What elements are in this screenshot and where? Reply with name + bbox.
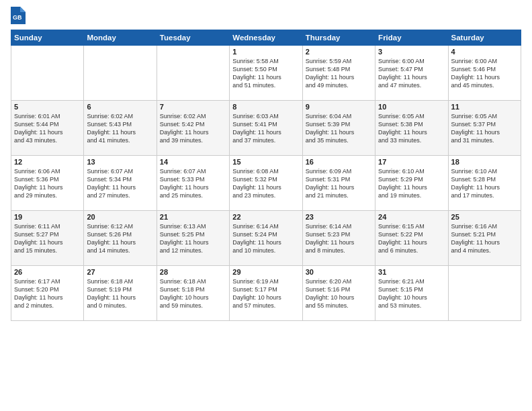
cell-text-line: and 0 minutes.	[87, 302, 153, 310]
cell-text-line: Daylight: 11 hours	[451, 73, 518, 81]
cell-text-line: Daylight: 11 hours	[87, 293, 153, 302]
day-number: 2	[306, 48, 372, 56]
calendar-cell: 22Sunrise: 6:14 AMSunset: 5:24 PMDayligh…	[230, 211, 302, 266]
cell-text-line: Sunset: 5:50 PM	[232, 65, 299, 73]
calendar-cell	[84, 46, 157, 101]
cell-text-line: Sunset: 5:41 PM	[232, 120, 299, 128]
cell-text-line: Sunset: 5:29 PM	[378, 175, 445, 183]
calendar-week-row: 26Sunrise: 6:17 AMSunset: 5:20 PMDayligh…	[11, 266, 521, 321]
cell-text-line: and 55 minutes.	[306, 302, 372, 310]
calendar-cell: 19Sunrise: 6:11 AMSunset: 5:27 PMDayligh…	[11, 211, 84, 266]
cell-text-line: Sunset: 5:28 PM	[451, 175, 518, 183]
cell-text-line: Sunset: 5:21 PM	[451, 230, 518, 238]
day-number: 13	[87, 158, 153, 166]
cell-text-line: Sunrise: 6:02 AM	[160, 112, 226, 120]
cell-text-line: Sunset: 5:33 PM	[160, 175, 226, 183]
cell-text-line: Sunrise: 6:10 AM	[378, 167, 445, 175]
calendar-cell: 18Sunrise: 6:10 AMSunset: 5:28 PMDayligh…	[448, 156, 521, 211]
day-number: 25	[451, 213, 518, 221]
cell-text-line: Sunset: 5:38 PM	[378, 120, 445, 128]
cell-text-line: Daylight: 10 hours	[378, 293, 445, 302]
cell-text-line: and 35 minutes.	[306, 136, 372, 144]
cell-text-line: Sunset: 5:18 PM	[160, 285, 226, 293]
cell-text-line: and 15 minutes.	[14, 246, 81, 255]
calendar-cell: 28Sunrise: 6:18 AMSunset: 5:18 PMDayligh…	[157, 266, 229, 321]
cell-text-line: and 45 minutes.	[451, 81, 518, 89]
cell-text-line: Sunrise: 5:59 AM	[306, 57, 372, 65]
cell-text-line: Sunset: 5:47 PM	[378, 65, 445, 73]
cell-text-line: Sunset: 5:24 PM	[232, 230, 299, 238]
cell-text-line: Sunrise: 6:21 AM	[378, 277, 445, 285]
cell-text-line: Daylight: 11 hours	[306, 73, 372, 81]
cell-text-line: Sunrise: 6:18 AM	[87, 277, 153, 285]
calendar-header-row: SundayMondayTuesdayWednesdayThursdayFrid…	[11, 30, 521, 46]
calendar-cell: 12Sunrise: 6:06 AMSunset: 5:36 PMDayligh…	[11, 156, 84, 211]
cell-text-line: and 17 minutes.	[451, 191, 518, 199]
calendar-cell: 7Sunrise: 6:02 AMSunset: 5:42 PMDaylight…	[157, 101, 229, 156]
cell-text-line: Sunset: 5:15 PM	[378, 285, 445, 293]
cell-text-line: Daylight: 11 hours	[378, 238, 445, 246]
calendar-week-row: 5Sunrise: 6:01 AMSunset: 5:44 PMDaylight…	[11, 101, 521, 156]
cell-text-line: Sunrise: 6:16 AM	[451, 222, 518, 230]
cell-text-line: Daylight: 10 hours	[160, 293, 226, 302]
calendar-cell: 5Sunrise: 6:01 AMSunset: 5:44 PMDaylight…	[11, 101, 84, 156]
calendar-week-row: 12Sunrise: 6:06 AMSunset: 5:36 PMDayligh…	[11, 156, 521, 211]
cell-text-line: Daylight: 11 hours	[232, 128, 299, 136]
day-number: 10	[378, 103, 445, 111]
cell-text-line: Sunrise: 6:00 AM	[378, 57, 445, 65]
cell-text-line: and 19 minutes.	[378, 191, 445, 199]
day-number: 20	[87, 213, 153, 221]
day-number: 17	[378, 158, 445, 166]
calendar-cell	[448, 266, 521, 321]
calendar-cell: 14Sunrise: 6:07 AMSunset: 5:33 PMDayligh…	[157, 156, 229, 211]
cell-text-line: and 29 minutes.	[14, 191, 81, 199]
day-number: 6	[87, 103, 153, 111]
cell-text-line: Daylight: 11 hours	[14, 238, 81, 246]
cell-text-line: Sunset: 5:27 PM	[14, 230, 81, 238]
calendar-cell: 4Sunrise: 6:00 AMSunset: 5:46 PMDaylight…	[448, 46, 521, 101]
cell-text-line: Daylight: 11 hours	[378, 128, 445, 136]
cell-text-line: Sunrise: 6:05 AM	[378, 112, 445, 120]
cell-text-line: and 25 minutes.	[160, 191, 226, 199]
cell-text-line: Sunrise: 6:09 AM	[306, 167, 372, 175]
cell-text-line: Sunset: 5:17 PM	[232, 285, 299, 293]
cell-text-line: Sunset: 5:25 PM	[160, 230, 226, 238]
cell-text-line: and 57 minutes.	[232, 302, 299, 310]
cell-text-line: and 43 minutes.	[14, 136, 81, 144]
day-number: 30	[306, 268, 372, 276]
cell-text-line: Sunset: 5:32 PM	[232, 175, 299, 183]
cell-text-line: Sunrise: 6:14 AM	[306, 222, 372, 230]
calendar: SundayMondayTuesdayWednesdayThursdayFrid…	[11, 30, 521, 321]
cell-text-line: Sunrise: 6:15 AM	[378, 222, 445, 230]
cell-text-line: Daylight: 11 hours	[160, 128, 226, 136]
cell-text-line: Daylight: 11 hours	[378, 183, 445, 191]
calendar-cell: 26Sunrise: 6:17 AMSunset: 5:20 PMDayligh…	[11, 266, 84, 321]
calendar-cell: 25Sunrise: 6:16 AMSunset: 5:21 PMDayligh…	[448, 211, 521, 266]
cell-text-line: Sunset: 5:43 PM	[87, 120, 153, 128]
cell-text-line: Daylight: 11 hours	[451, 238, 518, 246]
calendar-cell: 30Sunrise: 6:20 AMSunset: 5:16 PMDayligh…	[302, 266, 375, 321]
logo: GB	[11, 7, 26, 24]
cell-text-line: and 59 minutes.	[160, 302, 226, 310]
cell-text-line: Daylight: 10 hours	[232, 293, 299, 302]
cell-text-line: Daylight: 11 hours	[306, 238, 372, 246]
cell-text-line: Sunset: 5:44 PM	[14, 120, 81, 128]
cell-text-line: Sunrise: 6:12 AM	[87, 222, 153, 230]
cell-text-line: Sunrise: 5:58 AM	[232, 57, 299, 65]
cell-text-line: Sunset: 5:31 PM	[306, 175, 372, 183]
cell-text-line: and 53 minutes.	[378, 302, 445, 310]
cell-text-line: Daylight: 11 hours	[451, 183, 518, 191]
calendar-cell: 9Sunrise: 6:04 AMSunset: 5:39 PMDaylight…	[302, 101, 375, 156]
cell-text-line: Sunrise: 6:08 AM	[232, 167, 299, 175]
day-number: 15	[232, 158, 299, 166]
page: GB SundayMondayTuesdayWednesdayThursdayF…	[0, 0, 532, 411]
cell-text-line: and 2 minutes.	[14, 302, 81, 310]
cell-text-line: Daylight: 11 hours	[160, 183, 226, 191]
cell-text-line: Daylight: 11 hours	[451, 128, 518, 136]
cell-text-line: Sunset: 5:46 PM	[451, 65, 518, 73]
day-number: 23	[306, 213, 372, 221]
cell-text-line: Sunrise: 6:06 AM	[14, 167, 81, 175]
cell-text-line: and 47 minutes.	[378, 81, 445, 89]
cell-text-line: Daylight: 11 hours	[232, 73, 299, 81]
day-number: 27	[87, 268, 153, 276]
